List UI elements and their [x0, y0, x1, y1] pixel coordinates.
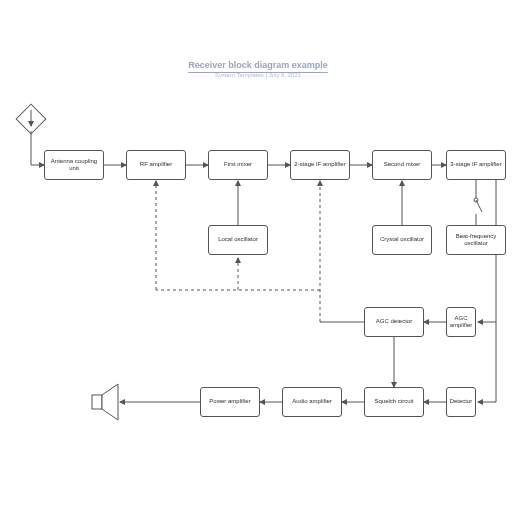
block-antenna: Antenna coupling unit	[44, 150, 104, 180]
block-audio: Audio amplifier	[282, 387, 342, 417]
diamond-input	[15, 103, 46, 134]
svg-rect-29	[92, 395, 102, 409]
block-rf: RF amplifier	[126, 150, 186, 180]
block-detector: Detector	[446, 387, 476, 417]
svg-line-12	[476, 200, 482, 212]
block-mixer1: First mixer	[208, 150, 268, 180]
svg-point-11	[474, 198, 478, 202]
block-if2: 3-stage IF amplifier	[446, 150, 506, 180]
connection-wires	[0, 0, 516, 516]
diagram-canvas: Antenna coupling unit RF amplifier First…	[0, 0, 516, 516]
speaker-icon	[92, 384, 118, 420]
block-lo: Local oscillator	[208, 225, 268, 255]
block-if1: 2-stage IF amplifier	[290, 150, 350, 180]
block-agcdet: AGC detector	[364, 307, 424, 337]
block-power: Power amplifier	[200, 387, 260, 417]
block-squelch: Squelch circuit	[364, 387, 424, 417]
block-xo: Crystal oscillator	[372, 225, 432, 255]
block-mixer2: Second mixer	[372, 150, 432, 180]
block-bfo: Beat-frequency oscillator	[446, 225, 506, 255]
block-agcamp: AGC amplifier	[446, 307, 476, 337]
